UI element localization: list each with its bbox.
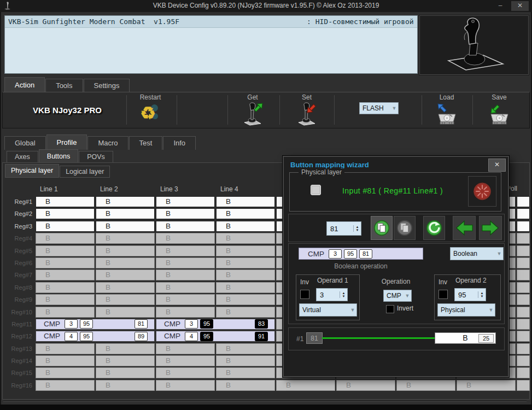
navigation-panel: 81 ▲▼: [288, 214, 505, 242]
physical-layer-group: Physical layer Input #81 ( Reg#11 Line#1…: [289, 172, 501, 212]
operand2-spinner[interactable]: 95 ▲▼: [454, 288, 486, 301]
button-cell[interactable]: B: [216, 208, 275, 219]
cmp-op-label: CMP: [44, 331, 60, 341]
tab-settings[interactable]: Settings: [84, 79, 130, 92]
operand2-source-select[interactable]: Physical ▼: [437, 303, 495, 317]
button-cell[interactable]: B: [216, 221, 275, 232]
memory-select-value: FLASH: [360, 104, 390, 112]
tab-action[interactable]: Action: [4, 77, 45, 92]
operand1-source-select[interactable]: Virtual ▼: [299, 303, 357, 317]
button-cell: B: [36, 380, 95, 391]
button-cell[interactable]: B: [216, 196, 275, 207]
operation-type-value: Boolean: [451, 250, 495, 257]
tab-logical-layer[interactable]: Logical layer: [60, 166, 110, 178]
button-cell[interactable]: B: [36, 221, 95, 232]
spin-down-icon[interactable]: ▼: [340, 295, 347, 298]
device-info-row[interactable]: VKB-Sim Gunfighter Modern Combat v1.95F …: [5, 16, 417, 28]
spin-down-icon[interactable]: ▼: [478, 295, 486, 298]
operand2-value: 95: [455, 291, 478, 299]
refresh-button[interactable]: [423, 216, 445, 240]
get-button[interactable]: [241, 102, 264, 126]
tab-tools[interactable]: Tools: [45, 79, 83, 92]
tab-axes[interactable]: Axes: [7, 151, 38, 163]
chevron-down-icon: ▼: [404, 293, 411, 298]
input-state-button[interactable]: [468, 176, 496, 207]
button-cell[interactable]: B: [36, 208, 95, 219]
button-cell: B: [216, 270, 275, 280]
copy-button[interactable]: [371, 216, 393, 240]
invert-checkbox[interactable]: [386, 305, 394, 313]
cmp-result-value: 91: [255, 332, 268, 341]
expression-display: CMP 3 95 81: [299, 248, 423, 260]
button-cell[interactable]: B: [156, 208, 215, 219]
mapping-output-box[interactable]: B 25: [435, 332, 496, 344]
cmp-cell[interactable]: CMP39583: [156, 319, 275, 330]
tab-global[interactable]: Global: [4, 136, 46, 150]
save-icon: [488, 102, 511, 126]
dialog-close-button[interactable]: ✕: [488, 159, 506, 172]
next-button[interactable]: [479, 216, 502, 240]
button-cell[interactable]: B: [156, 221, 215, 232]
spinner-arrows[interactable]: ▲▼: [353, 225, 361, 232]
button-cell: B: [156, 355, 215, 366]
cmp-cell[interactable]: CMP39581: [36, 319, 155, 330]
toolbar-separator: [177, 95, 177, 125]
tab-profile[interactable]: Profile: [46, 134, 87, 150]
button-cell[interactable]: B: [96, 196, 155, 207]
spinner-arrows[interactable]: ▲▼: [478, 291, 486, 298]
expression-op: CMP: [308, 250, 324, 258]
set-icon: [295, 102, 318, 126]
button-cell: B: [396, 380, 455, 391]
button-cell: B: [336, 380, 395, 391]
tab-physical-layer[interactable]: Physical layer: [5, 164, 59, 178]
button-cell[interactable]: B: [96, 221, 155, 232]
row-label: Reg#5: [5, 245, 34, 256]
poll-cell: [517, 245, 530, 256]
operand1-invert-checkbox[interactable]: [300, 290, 309, 299]
previous-button[interactable]: [453, 216, 476, 240]
tab-info[interactable]: Info: [163, 136, 196, 150]
mapping-panel: #1 81 B 25: [288, 327, 505, 350]
spin-down-icon[interactable]: ▼: [354, 229, 361, 232]
button-cell: B: [156, 380, 215, 391]
operand1-inv-label: Inv: [300, 278, 309, 286]
operand2-invert-checkbox[interactable]: [439, 290, 448, 299]
toolbar: VKB NJoy32 PRO Restart ♻ Get: [2, 92, 530, 128]
close-button[interactable]: ✕: [511, 1, 529, 11]
paste-button[interactable]: [394, 216, 416, 240]
cmp-cell[interactable]: CMP49591: [156, 331, 275, 342]
operation-type-select[interactable]: Boolean ▼: [450, 247, 504, 260]
cmp-result-value: 89: [135, 332, 148, 341]
poll-cell: [517, 208, 530, 219]
restart-icon: ♻: [139, 102, 162, 126]
operand2-source-value: Physical: [438, 306, 487, 314]
operand1-spinner[interactable]: 3 ▲▼: [316, 288, 348, 301]
save-button[interactable]: [488, 102, 511, 126]
operation-select[interactable]: CMP ▼: [383, 290, 412, 302]
toolbar-separator: [227, 95, 228, 125]
tab-test[interactable]: Test: [129, 136, 163, 150]
spinner-arrows[interactable]: ▲▼: [340, 291, 347, 298]
button-cell[interactable]: B: [96, 208, 155, 219]
cmp-cell[interactable]: CMP49589: [36, 331, 155, 342]
button-cell: B: [36, 270, 95, 280]
restart-button[interactable]: ♻: [139, 102, 162, 126]
memory-select[interactable]: FLASH ▼: [359, 102, 399, 114]
tab-buttons[interactable]: Buttons: [39, 149, 78, 163]
button-cell[interactable]: B: [156, 196, 215, 207]
button-cell: B: [156, 282, 215, 293]
toolbar-separator: [422, 95, 422, 125]
button-cell: B: [156, 343, 215, 354]
row-label: Reg#7: [5, 270, 34, 280]
tab-povs[interactable]: POVs: [79, 151, 113, 163]
input-checkbox[interactable]: [311, 185, 321, 195]
chevron-down-icon: ▼: [390, 106, 398, 111]
window-title: VKB Device Config v0.89.20 (NJoy32 firmw…: [0, 2, 532, 9]
button-index-value: 81: [327, 225, 353, 233]
button-cell[interactable]: B: [36, 196, 95, 207]
button-index-spinner[interactable]: 81 ▲▼: [326, 221, 361, 236]
minimize-button[interactable]: –: [493, 1, 508, 11]
tab-macro[interactable]: Macro: [87, 136, 128, 150]
set-button[interactable]: [295, 102, 318, 126]
load-button[interactable]: [435, 102, 458, 126]
